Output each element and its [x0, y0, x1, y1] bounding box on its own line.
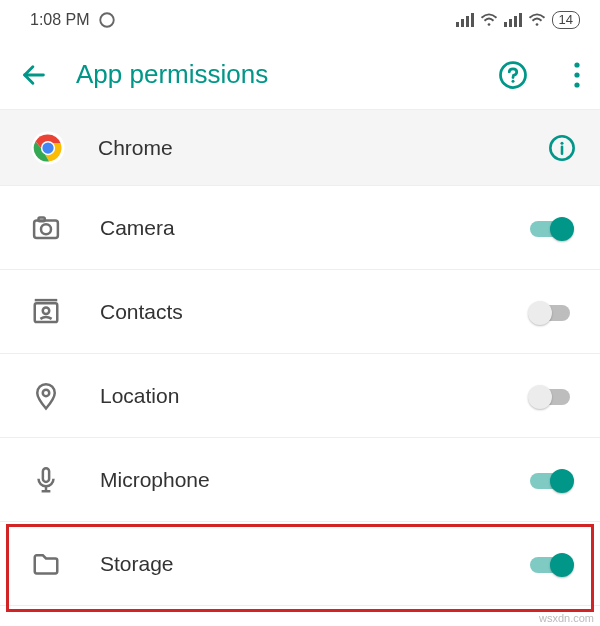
svg-point-29	[43, 389, 50, 396]
permission-row-location[interactable]: Location	[0, 354, 600, 438]
svg-rect-3	[466, 16, 469, 27]
svg-point-0	[100, 13, 114, 27]
svg-point-5	[487, 23, 490, 26]
location-icon	[30, 380, 62, 412]
permission-toggle-camera[interactable]	[526, 213, 576, 243]
battery-level: 14	[559, 13, 573, 27]
battery-indicator: 14	[552, 11, 580, 29]
permission-label: Microphone	[100, 468, 488, 492]
status-left: 1:08 PM	[30, 11, 116, 29]
permission-toggle-microphone[interactable]	[526, 465, 576, 495]
permission-row-contacts[interactable]: Contacts	[0, 270, 600, 354]
watermark: wsxdn.com	[539, 612, 594, 624]
svg-rect-4	[471, 13, 474, 27]
svg-rect-7	[509, 19, 512, 27]
permission-toggle-location[interactable]	[526, 381, 576, 411]
svg-point-13	[512, 79, 515, 82]
app-name: Chrome	[98, 136, 516, 160]
storage-icon	[30, 548, 62, 580]
permission-toggle-storage[interactable]	[526, 549, 576, 579]
assistant-ring-icon	[98, 11, 116, 29]
overflow-menu-icon[interactable]	[574, 62, 580, 88]
status-time: 1:08 PM	[30, 11, 90, 29]
svg-point-15	[574, 72, 579, 77]
svg-point-16	[574, 82, 579, 87]
svg-rect-30	[43, 468, 49, 482]
permission-row-camera[interactable]: Camera	[0, 186, 600, 270]
header: App permissions	[0, 40, 600, 110]
permission-row-microphone[interactable]: Microphone	[0, 438, 600, 522]
svg-rect-9	[519, 13, 522, 27]
permission-label: Camera	[100, 216, 488, 240]
svg-point-10	[535, 23, 538, 26]
page-title: App permissions	[76, 59, 470, 90]
permission-label: Storage	[100, 552, 488, 576]
contacts-icon	[30, 296, 62, 328]
permission-toggle-contacts[interactable]	[526, 297, 576, 327]
permission-label: Contacts	[100, 300, 488, 324]
svg-point-21	[560, 141, 563, 144]
svg-point-14	[574, 62, 579, 67]
wifi-icon-2	[528, 13, 546, 27]
svg-point-24	[41, 224, 51, 234]
back-icon[interactable]	[20, 61, 48, 89]
svg-point-28	[43, 307, 50, 314]
chrome-icon	[30, 130, 66, 166]
status-right: 14	[456, 11, 580, 29]
wifi-icon	[480, 13, 498, 27]
camera-icon	[30, 212, 62, 244]
svg-rect-8	[514, 16, 517, 27]
svg-point-19	[42, 142, 53, 153]
svg-rect-26	[35, 303, 58, 322]
signal-icon	[456, 13, 474, 27]
permission-row-storage[interactable]: Storage	[0, 522, 600, 606]
svg-rect-1	[456, 22, 459, 27]
svg-rect-6	[504, 22, 507, 27]
permission-label: Location	[100, 384, 488, 408]
info-icon[interactable]	[548, 134, 576, 162]
app-row: Chrome	[0, 110, 600, 186]
svg-rect-2	[461, 19, 464, 27]
signal-icon-2	[504, 13, 522, 27]
help-icon[interactable]	[498, 60, 528, 90]
status-bar: 1:08 PM 14	[0, 0, 600, 40]
microphone-icon	[30, 464, 62, 496]
